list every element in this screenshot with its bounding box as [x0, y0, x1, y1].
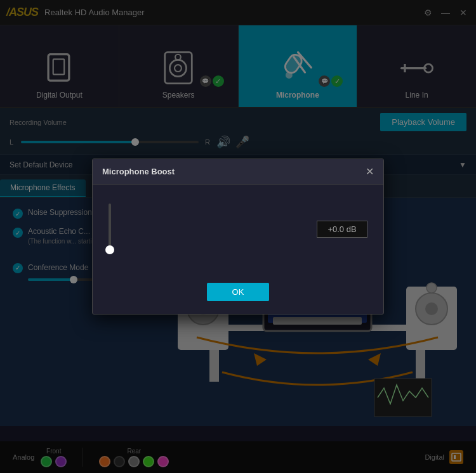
- modal-slider-vertical: [109, 204, 111, 254]
- modal-footer: OK: [93, 273, 383, 314]
- modal-slider-track[interactable]: [109, 204, 111, 254]
- modal-overlay: Microphone Boost ✕ +0.0 dB OK: [0, 0, 476, 473]
- modal-slider-container: [109, 204, 304, 254]
- microphone-boost-modal: Microphone Boost ✕ +0.0 dB OK: [92, 159, 384, 314]
- modal-header: Microphone Boost ✕: [93, 159, 383, 185]
- modal-ok-button[interactable]: OK: [207, 283, 270, 301]
- modal-close-button[interactable]: ✕: [366, 165, 374, 178]
- db-value-display: +0.0 dB: [317, 221, 367, 238]
- modal-slider-thumb[interactable]: [105, 245, 114, 254]
- modal-body: +0.0 dB: [93, 185, 383, 273]
- modal-title: Microphone Boost: [102, 167, 175, 176]
